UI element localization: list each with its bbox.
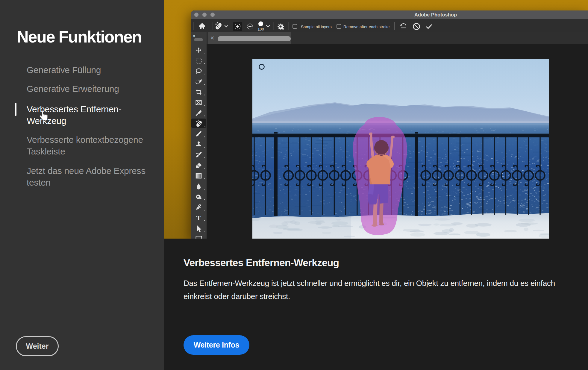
svg-text:»: » <box>193 34 195 38</box>
svg-text:Sample all layers: Sample all layers <box>301 25 332 29</box>
svg-text:T: T <box>196 214 201 222</box>
svg-text:Remove after each stroke: Remove after each stroke <box>343 25 390 29</box>
svg-text:100: 100 <box>257 27 264 31</box>
